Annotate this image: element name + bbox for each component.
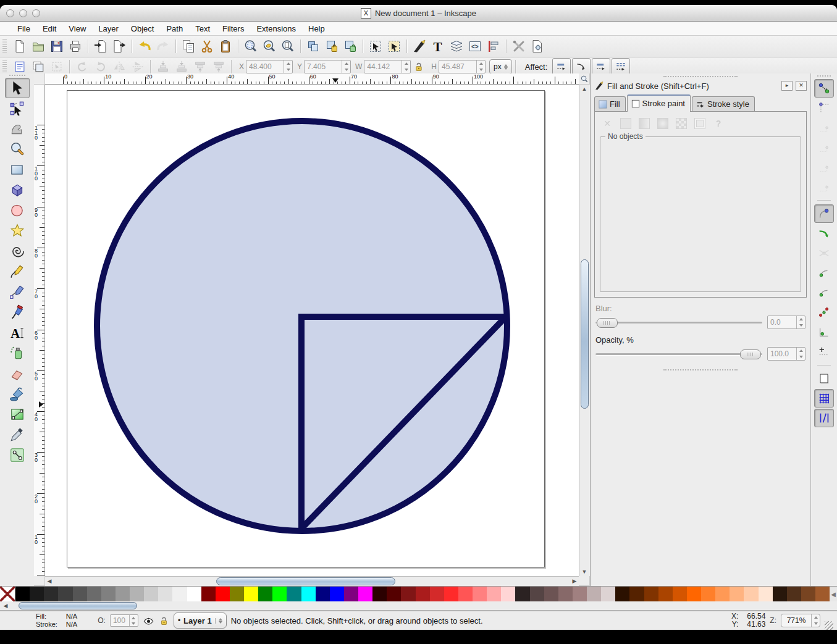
blur-input[interactable] (768, 318, 796, 327)
swatch-6b6b6b[interactable] (87, 587, 101, 601)
h-input[interactable] (439, 62, 476, 71)
paste-button[interactable] (216, 38, 235, 55)
menu-object[interactable]: Object (125, 23, 161, 35)
swatch-3f3f3f[interactable] (58, 587, 72, 601)
toolbar-grip[interactable] (2, 39, 7, 54)
text-dialog-button[interactable] (429, 38, 447, 55)
select-all-layers-button[interactable] (29, 58, 48, 75)
select-all-button[interactable] (11, 58, 29, 75)
xml-editor-dialog-button[interactable] (466, 38, 484, 55)
snap-cusp-nodes-button[interactable] (814, 264, 834, 282)
swatch-784421[interactable] (801, 587, 815, 601)
y-spinner[interactable] (342, 61, 350, 73)
snap-object-centers-button[interactable] (814, 323, 834, 341)
palette-scroll-left-icon[interactable]: ◀ (1, 601, 10, 609)
opacity-input[interactable] (768, 349, 796, 358)
snap-other-points-button[interactable] (814, 303, 834, 322)
swatch-b3b3b3[interactable] (130, 587, 144, 601)
horizontal-scrollbar-thumb[interactable] (216, 577, 395, 585)
opacity-spinner[interactable] (796, 348, 805, 360)
tab-fill[interactable]: Fill (594, 96, 626, 112)
swatch-2b1100[interactable] (615, 587, 629, 601)
menu-file[interactable]: File (11, 23, 36, 35)
swatch-554444[interactable] (530, 587, 544, 601)
window-resize-grip[interactable] (825, 621, 833, 630)
vertical-scrollbar[interactable]: ▲ ▼ (579, 85, 590, 576)
layer-lock-icon[interactable] (159, 616, 169, 626)
vertical-scrollbar-thumb[interactable] (581, 259, 589, 409)
menu-view[interactable]: View (62, 23, 92, 35)
zoom-spinner[interactable] (811, 614, 820, 627)
swatch-876969[interactable] (558, 587, 573, 601)
swatch-none[interactable] (0, 587, 15, 601)
swatch-ffff00[interactable] (244, 587, 258, 601)
snap-nodes-button[interactable] (814, 204, 834, 223)
print-document-button[interactable] (66, 38, 85, 55)
swatch-ffffff[interactable] (187, 587, 201, 601)
swatch-ffb380[interactable] (730, 587, 744, 601)
swatch-801515[interactable] (401, 587, 415, 601)
swatch-000080[interactable] (316, 587, 330, 601)
open-document-button[interactable] (29, 38, 48, 55)
lock-ratio-icon[interactable] (413, 61, 424, 72)
star-tool-button[interactable] (5, 220, 30, 241)
pen-tool-button[interactable] (5, 282, 30, 302)
snap-rotation-centers-button[interactable] (814, 343, 834, 361)
swatch-28170b[interactable] (773, 587, 787, 601)
copy-button[interactable] (179, 38, 198, 55)
swatch-a08080[interactable] (573, 587, 587, 601)
scroll-right-icon[interactable]: ▶ (570, 577, 579, 585)
node-editor-tool-button[interactable] (5, 98, 30, 119)
panel-expand-button[interactable]: ▸ (781, 81, 793, 91)
y-input[interactable] (305, 62, 342, 71)
swatch-ffaaaa[interactable] (487, 587, 501, 601)
w-spinner[interactable] (402, 61, 410, 73)
layer-selector[interactable]: • Layer 1 (174, 613, 227, 629)
save-document-button[interactable] (48, 38, 66, 55)
cut-button[interactable] (198, 38, 216, 55)
tab-stroke-style[interactable]: Stroke style (692, 96, 755, 112)
swatch-50301a[interactable] (787, 587, 801, 601)
toolbar-grip[interactable] (2, 61, 7, 73)
rectangle-tool-button[interactable] (5, 159, 30, 180)
swatch-000000[interactable] (15, 587, 30, 601)
swatch-ffd5d5[interactable] (501, 587, 515, 601)
dock-resize-grip[interactable] (663, 369, 738, 370)
document-properties-button[interactable] (528, 38, 547, 55)
scroll-left-icon[interactable]: ◀ (45, 577, 54, 585)
swatch-ddd3d3[interactable] (601, 587, 615, 601)
swatch-803300[interactable] (644, 587, 658, 601)
panel-close-button[interactable]: ✕ (796, 81, 807, 91)
minimize-window-button[interactable] (19, 9, 27, 17)
h-spinner[interactable] (476, 61, 485, 73)
align-distribute-dialog-button[interactable] (484, 38, 503, 55)
move-gradients-toggle-button[interactable] (592, 58, 610, 75)
tweak-tool-button[interactable] (5, 119, 30, 139)
snap-bounding-box-button[interactable] (814, 99, 834, 117)
layer-visibility-icon[interactable] (143, 615, 154, 627)
swatch-6c5353[interactable] (544, 587, 558, 601)
close-window-button[interactable] (6, 9, 14, 17)
swatch-e0e0e0[interactable] (158, 587, 172, 601)
swatch-00ff00[interactable] (272, 587, 287, 601)
swatch-00ffff[interactable] (301, 587, 316, 601)
menu-edit[interactable]: Edit (36, 23, 62, 35)
horizontal-scrollbar[interactable]: ◀ ▶ (45, 576, 579, 586)
swatch-d42a2a[interactable] (430, 587, 444, 601)
swatch-aa1c1c[interactable] (416, 587, 430, 601)
opacity-indicator-spinner[interactable] (129, 615, 138, 626)
pencil-tool-button[interactable] (5, 261, 30, 282)
zoom-to-selection-button[interactable] (242, 38, 260, 55)
dock-grip[interactable] (663, 76, 738, 77)
menu-text[interactable]: Text (189, 23, 216, 35)
swatch-ff9955[interactable] (715, 587, 730, 601)
swatch-808000[interactable] (230, 587, 244, 601)
swatch-ff2a2a[interactable] (444, 587, 458, 601)
ungroup-objects-button[interactable] (385, 38, 403, 55)
swatch-ff00ff[interactable] (358, 587, 372, 601)
connector-tool-button[interactable] (5, 445, 30, 465)
swatch-999999[interactable] (116, 587, 130, 601)
blur-slider-thumb[interactable] (597, 318, 618, 328)
menu-filters[interactable]: Filters (216, 23, 250, 35)
swatch-ff7f2a[interactable] (701, 587, 715, 601)
